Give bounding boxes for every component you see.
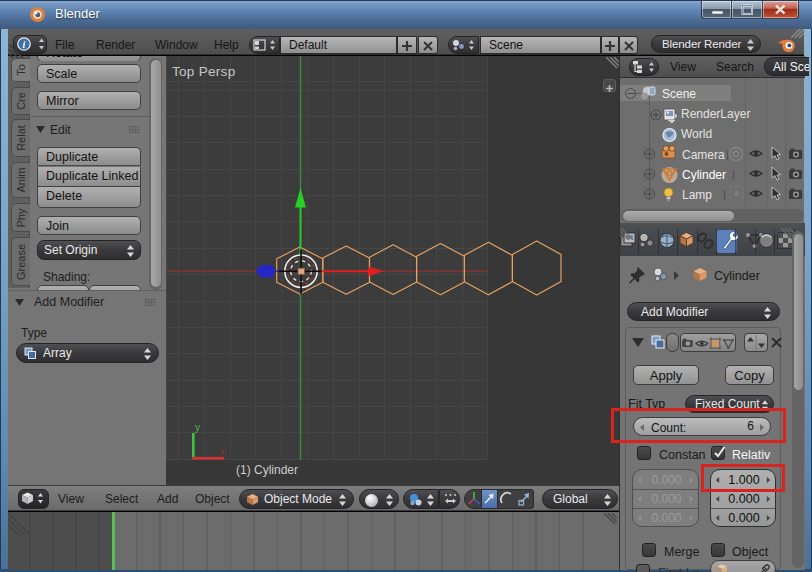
svg-text:y: y bbox=[195, 422, 200, 433]
svg-text:x: x bbox=[220, 446, 225, 457]
